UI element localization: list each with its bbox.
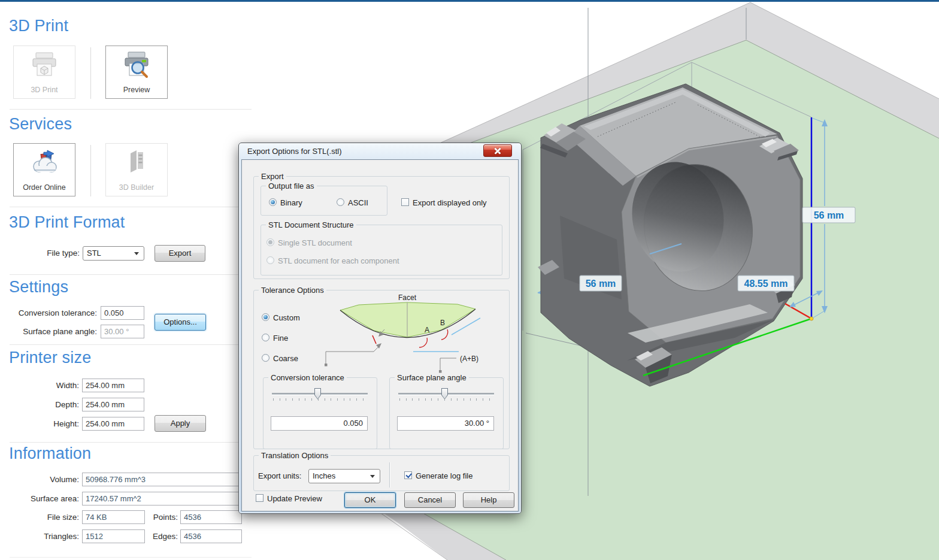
export-units-label: Export units: [258,471,301,480]
conversion-tolerance-label: Conversion tolerance: [0,308,97,317]
tile-3d-builder[interactable]: 3D Builder [105,143,168,196]
edges-field: 4536 [180,529,242,543]
printer-3d-icon [30,51,59,78]
single-stl-radio [266,238,274,246]
ascii-label[interactable]: ASCII [348,198,368,207]
generate-log-label[interactable]: Generate log file [416,471,472,480]
facet-diagram-title: Facet [398,293,417,302]
angle-a-label: A [425,326,429,334]
export-button[interactable]: Export [155,245,205,262]
facet-diagram: Facet A B (A+B) [319,292,510,376]
export-displayed-only-checkbox[interactable] [401,198,409,206]
dim-height-badge: 56 mm [814,210,844,220]
each-component-label: STL document for each component [278,256,399,265]
translation-options-label: Translation Options [259,451,331,460]
binary-radio[interactable] [269,198,277,206]
file-size-label: File size: [0,513,79,522]
stl-structure-group: STL Document Structure [261,225,502,276]
binary-label[interactable]: Binary [280,198,302,207]
custom-radio[interactable] [262,313,269,321]
export-options-dialog: Export Options for STL(.stl) Export Outp… [238,143,522,514]
help-button[interactable]: Help [463,492,514,508]
section-title-printer-size: Printer size [9,349,91,367]
angle-value-field[interactable]: 30.00 ° [397,416,494,431]
depth-field[interactable]: 254.00 mm [82,398,144,411]
fine-radio[interactable] [262,334,269,341]
export-units-dropdown[interactable]: Inches [308,469,380,483]
output-file-as-label: Output file as [266,181,317,190]
custom-label[interactable]: Custom [273,313,300,322]
export-group-label: Export [259,172,286,181]
tile-divider [90,47,91,99]
fine-label[interactable]: Fine [273,334,288,343]
update-preview-checkbox[interactable] [256,494,263,502]
file-type-dropdown[interactable]: STL [83,246,144,261]
ascii-radio[interactable] [337,198,344,206]
options-button[interactable]: Options... [155,314,206,331]
ok-button[interactable]: OK [344,492,396,508]
separator [10,274,252,275]
window-top-border [0,0,939,2]
stl-structure-label: STL Document Structure [266,220,356,229]
builder-icon [122,149,151,176]
surface-angle-label: Surface plane angle: [0,327,97,336]
coarse-radio[interactable] [262,354,269,362]
file-type-value: STL [87,249,101,258]
tile-divider [90,145,91,196]
depth-label: Depth: [0,400,79,409]
separator [10,557,252,558]
surface-angle-group-label: Surface plane angle [395,373,469,382]
surface-area-field: 17240.57 mm^2 [82,492,242,505]
separator [10,207,252,207]
origin-point [810,317,813,320]
section-title-3d-print: 3D Print [9,17,68,35]
tile-label: Preview [106,86,167,94]
angle-slider-ticks [399,398,494,401]
edges-label: Edges: [99,532,178,541]
coarse-label[interactable]: Coarse [273,354,298,363]
tile-label: Order Online [14,183,75,192]
surface-angle-field[interactable]: 30.00 ° [101,325,144,338]
tile-preview[interactable]: Preview [105,46,168,99]
dialog-title: Export Options for STL(.stl) [247,147,342,156]
tile-order-online[interactable]: Order Online [13,143,75,196]
height-label: Height: [0,419,79,428]
conversion-tolerance-field[interactable]: 0.050 [101,306,144,320]
height-field[interactable]: 254.00 mm [82,417,144,431]
section-title-settings: Settings [9,278,68,296]
export-displayed-only-label[interactable]: Export displayed only [413,198,487,207]
separator [10,442,252,443]
single-stl-label: Single STL document [278,238,352,247]
conversion-slider-ticks [273,398,368,401]
close-icon[interactable] [483,144,512,157]
width-field[interactable]: 254.00 mm [82,379,144,392]
angle-b-label: B [440,319,445,327]
apply-button[interactable]: Apply [155,415,206,432]
separator [10,109,252,110]
order-online-cloud-icon [30,149,59,176]
surface-area-label: Surface area: [0,494,79,503]
tile-3d-print[interactable]: 3D Print [13,46,75,99]
export-units-value: Inches [313,471,335,480]
conversion-tolerance-group-label: Conversion tolerance [268,373,347,382]
generate-log-checkbox[interactable] [404,471,412,479]
tile-label: 3D Print [14,86,75,94]
points-field: 4536 [180,510,242,524]
update-preview-label[interactable]: Update Preview [267,494,322,503]
angle-ab-label: (A+B) [460,355,478,363]
print-preview-icon [122,51,151,78]
cancel-button[interactable]: Cancel [404,492,456,508]
section-title-information: Information [9,444,91,463]
width-label: Width: [0,381,79,390]
tolerance-options-label: Tolerance Options [259,286,326,295]
volume-field: 50968.776 mm^3 [82,473,242,486]
dropdown-arrow-icon [370,475,375,480]
conversion-value-field[interactable]: 0.050 [271,416,368,431]
dialog-body: Export Output file as Binary ASCII Expor… [241,159,519,511]
dim-depth-badge: 48.55 mm [744,279,788,289]
output-file-as-group: Output file as [261,186,387,216]
application-window: 3D Print 3D Print Preview [0,0,939,560]
separator [10,344,252,345]
triangles-label: Triangles: [0,532,79,541]
section-title-services: Services [9,115,72,134]
